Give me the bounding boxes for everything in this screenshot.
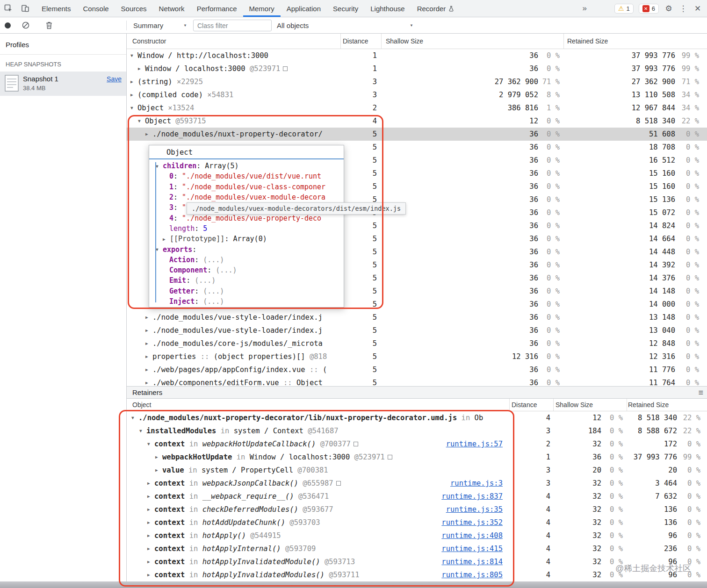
expander-icon[interactable]: ▼ <box>156 164 163 169</box>
expander-icon[interactable]: ▶ <box>147 542 154 555</box>
table-row[interactable]: ▶properties :: (object properties)[] @81… <box>127 350 707 363</box>
tab-memory[interactable]: Memory <box>243 0 281 17</box>
retainer-row[interactable]: ▼installedModules in system / Context @5… <box>127 424 707 437</box>
tab-recorder[interactable]: Recorder <box>411 0 461 17</box>
expander-icon[interactable]: ▶ <box>155 451 162 464</box>
table-row[interactable]: ▶./node_modules/vue-style-loader/index.j… <box>127 311 707 324</box>
table-row[interactable]: ▶(compiled code) ×5483132 979 0528 %13 1… <box>127 88 707 101</box>
open-in-icon[interactable] <box>336 481 341 486</box>
tab-sources[interactable]: Sources <box>115 0 153 17</box>
expander-icon[interactable]: ▶ <box>145 363 152 376</box>
delete-profile-button[interactable] <box>45 17 53 33</box>
expander-icon[interactable]: ▶ <box>138 62 145 75</box>
retainer-row[interactable]: ▶context in hotAddUpdateChunk() @593703r… <box>127 516 707 529</box>
record-heap-button[interactable] <box>5 17 11 33</box>
expander-icon[interactable]: ▼ <box>130 101 137 115</box>
retainer-row[interactable]: ▶value in system / PropertyCell @7003813… <box>127 464 707 477</box>
expander-icon[interactable]: ▶ <box>147 555 154 568</box>
expander-icon[interactable]: ▶ <box>163 237 170 242</box>
perspective-dropdown[interactable]: Summary ▼ <box>133 17 187 33</box>
tab-application[interactable]: Application <box>281 0 327 17</box>
expander-icon[interactable]: ▶ <box>145 311 152 324</box>
expander-icon[interactable]: ▶ <box>147 568 154 581</box>
expander-icon[interactable]: ▶ <box>147 529 154 542</box>
table-row[interactable]: ▶./web/components/editForm.vue :: Object… <box>127 376 707 386</box>
more-options-icon[interactable]: ⋮ <box>678 4 688 14</box>
class-filter-input[interactable] <box>193 20 272 31</box>
source-link[interactable]: runtime.js:837 <box>441 490 503 503</box>
tab-lighthouse[interactable]: Lighthouse <box>364 0 411 17</box>
menu-icon[interactable]: ≡ <box>698 387 703 399</box>
retainer-row[interactable]: ▶context in hotApply() @544915runtime.js… <box>127 529 707 542</box>
expander-icon[interactable]: ▼ <box>139 424 146 437</box>
source-link[interactable]: runtime.js:57 <box>446 437 503 451</box>
expander-icon[interactable]: ▼ <box>156 247 163 252</box>
column-header-constructor[interactable]: Constructor <box>132 34 166 49</box>
retainer-row[interactable]: ▶webpackHotUpdate in Window / localhost:… <box>127 451 707 464</box>
settings-gear-icon[interactable]: ⚙ <box>664 4 673 14</box>
snapshot-item[interactable]: Snapshot 1 38.4 MB Save <box>0 72 126 96</box>
source-link[interactable]: runtime.js:408 <box>441 529 503 542</box>
expander-icon[interactable]: ▶ <box>145 337 152 350</box>
retainer-row[interactable]: ▶context in hotApplyInternal() @593709ru… <box>127 542 707 555</box>
source-link[interactable]: runtime.js:3 <box>450 477 503 490</box>
expander-icon[interactable]: ▶ <box>147 490 154 503</box>
column-header-shallow-size[interactable]: Shallow Size <box>556 399 593 411</box>
expander-icon[interactable]: ▶ <box>147 503 154 516</box>
table-row[interactable]: ▶./web/pages/app/appConfig/index.vue :: … <box>127 363 707 376</box>
retainer-row[interactable]: ▼context in webpackHotUpdateCallback() @… <box>127 437 707 451</box>
tab-performance[interactable]: Performance <box>191 0 243 17</box>
column-header-object[interactable]: Object <box>132 399 151 411</box>
table-row[interactable]: ▶./node_modules/nuxt-property-decorator/… <box>127 128 707 141</box>
objects-filter-dropdown[interactable]: All objects ▼ <box>277 17 413 33</box>
retainer-row[interactable]: ▶context in checkDeferredModules() @5936… <box>127 503 707 516</box>
source-link[interactable]: runtime.js:814 <box>441 555 503 568</box>
retainer-row[interactable]: ▼./node_modules/nuxt-property-decorator/… <box>127 411 707 424</box>
more-tabs-button[interactable]: » <box>583 4 587 13</box>
clear-profiles-button[interactable] <box>22 17 30 33</box>
table-row[interactable]: ▼Object ×135242386 8161 %12 967 84434 % <box>127 101 707 115</box>
expander-icon[interactable]: ▶ <box>130 75 137 88</box>
table-row[interactable]: ▶./node_modules/core-js/modules/_microta… <box>127 337 707 350</box>
expander-icon[interactable]: ▶ <box>145 128 152 141</box>
retainer-row[interactable]: ▶context in __webpack_require__() @53647… <box>127 490 707 503</box>
device-toolbar-button[interactable] <box>17 0 34 17</box>
table-row[interactable]: ▶./node_modules/vue-style-loader/index.j… <box>127 324 707 337</box>
column-header-shallow-size[interactable]: Shallow Size <box>386 34 423 49</box>
table-row[interactable]: ▼Window / http://localhost:30001360 %37 … <box>127 49 707 62</box>
expander-icon[interactable]: ▼ <box>131 411 138 424</box>
table-row[interactable]: ▼Object @5937154120 %8 518 34022 % <box>127 115 707 128</box>
expander-icon[interactable]: ▼ <box>147 437 154 451</box>
tab-console[interactable]: Console <box>77 0 115 17</box>
expander-icon[interactable]: ▶ <box>155 464 162 477</box>
open-in-icon[interactable] <box>388 455 392 459</box>
table-row[interactable]: ▶Window / localhost:3000 @5239711360 %37… <box>127 62 707 75</box>
open-in-icon[interactable] <box>283 66 288 71</box>
open-in-icon[interactable] <box>354 442 358 446</box>
retainer-row[interactable]: ▶context in webpackJsonpCallback() @6559… <box>127 477 707 490</box>
tab-network[interactable]: Network <box>153 0 191 17</box>
column-header-retained-size[interactable]: Retained Size <box>567 34 608 49</box>
expander-icon[interactable]: ▶ <box>147 516 154 529</box>
inspect-element-button[interactable] <box>0 0 17 17</box>
expander-icon[interactable]: ▶ <box>145 376 152 386</box>
source-link[interactable]: runtime.js:415 <box>441 542 503 555</box>
source-link[interactable]: runtime.js:35 <box>446 503 503 516</box>
tab-security[interactable]: Security <box>327 0 364 17</box>
tab-elements[interactable]: Elements <box>36 0 77 17</box>
expander-icon[interactable]: ▼ <box>130 49 137 62</box>
column-header-distance[interactable]: Distance <box>512 399 537 411</box>
expander-icon[interactable]: ▼ <box>138 115 145 128</box>
table-row[interactable]: ▶(string) ×22925327 362 90071 %27 362 90… <box>127 75 707 88</box>
expander-icon[interactable]: ▶ <box>145 350 152 363</box>
source-link[interactable]: runtime.js:352 <box>441 516 503 529</box>
save-snapshot-link[interactable]: Save <box>107 75 122 83</box>
expander-icon[interactable]: ▶ <box>147 477 154 490</box>
column-header-retained-size[interactable]: Retained Size <box>628 399 669 411</box>
errors-badge[interactable]: ✕ 6 <box>639 4 659 14</box>
expander-icon[interactable]: ▶ <box>130 88 137 101</box>
column-header-distance[interactable]: Distance <box>343 34 368 49</box>
source-link[interactable]: runtime.js:805 <box>441 568 503 581</box>
close-devtools-icon[interactable]: ✕ <box>693 4 702 14</box>
expander-icon[interactable]: ▶ <box>145 324 152 337</box>
